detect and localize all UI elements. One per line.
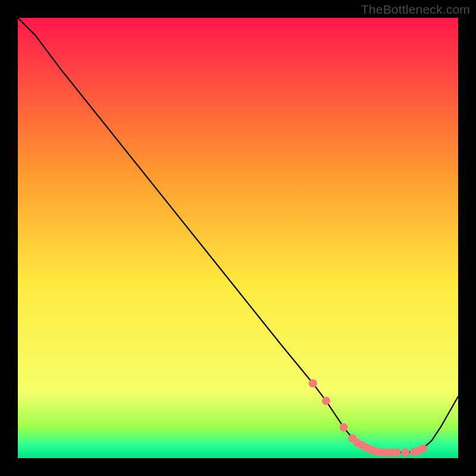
chart-frame: TheBottleneck.com — [0, 0, 476, 476]
gradient-background — [18, 18, 458, 458]
curve-marker — [401, 448, 409, 456]
curve-marker — [419, 444, 427, 453]
curve-marker — [392, 448, 400, 456]
curve-marker — [322, 397, 330, 405]
curve-marker — [309, 379, 317, 387]
bottleneck-chart — [18, 18, 458, 458]
curve-marker — [340, 423, 348, 431]
attribution-label: TheBottleneck.com — [361, 2, 470, 17]
